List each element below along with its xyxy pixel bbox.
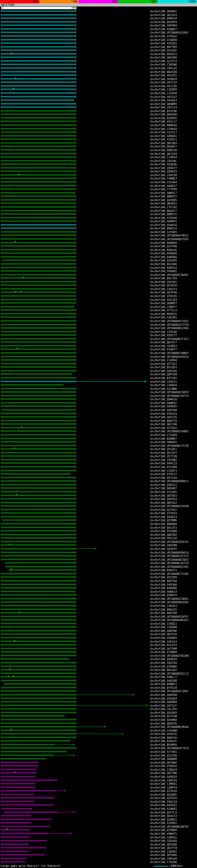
hit-label[interactable]: UniRef100_A6RM76 (150, 220, 177, 223)
hit-bar[interactable] (1, 648, 76, 649)
hit-label[interactable]: UniRef100_UPI0000E17C3D (150, 444, 189, 447)
hit-label[interactable]: UniRef100_A9V845 (150, 405, 177, 408)
hit-bar[interactable] (1, 861, 25, 863)
hit-bar[interactable] (1, 199, 76, 200)
hit-label[interactable]: UniRef100_Q2UVQ5 (150, 198, 177, 202)
hit-label[interactable]: UniRef100_B4DUR6 (150, 587, 177, 590)
hit-label[interactable]: UniRef100_A8Q2B0 (150, 544, 177, 547)
hit-bar[interactable] (1, 829, 29, 831)
hit-label[interactable]: UniRef100_A9PAD9 (150, 24, 177, 27)
hit-label[interactable]: UniRef100_B3MZK6 (150, 255, 177, 259)
hit-label[interactable]: UniRef100_A6NE14 (150, 590, 177, 593)
hit-label[interactable]: UniRef100_Q9V2R8 (150, 843, 177, 846)
hit-label[interactable]: UniRef100_UPI0000D98A16 (150, 551, 189, 554)
hit-bar[interactable] (1, 623, 76, 624)
hit-bar[interactable] (1, 701, 76, 702)
hit-label[interactable]: UniRef100_Q29259 (150, 797, 177, 800)
hit-label[interactable]: UniRef100_UPI0000162B4C (150, 31, 189, 34)
hit-label[interactable]: UniRef100_A5K094 (150, 637, 177, 640)
hit-bar[interactable] (1, 509, 76, 510)
hit-bar[interactable] (1, 213, 76, 215)
hit-label[interactable]: UniRef100_UPI00007B3C45 (150, 540, 189, 544)
hit-bar[interactable] (1, 459, 76, 460)
hit-bar[interactable] (1, 220, 76, 222)
hit-label[interactable]: UniRef100_Q6CH77 (150, 341, 177, 344)
hit-bar[interactable] (4, 683, 76, 684)
hit-bar[interactable] (1, 705, 76, 706)
hit-label[interactable]: UniRef100_C5PW39 (150, 127, 177, 130)
hit-label[interactable]: UniRef100_C9ZVW2 (150, 459, 177, 462)
hit-label[interactable]: UniRef100_UPI0000F7529E (150, 572, 189, 576)
hit-label[interactable]: UniRef100_Q46D19 (150, 775, 177, 778)
hit-label[interactable]: UniRef100_B6W316 (150, 736, 177, 739)
hit-bar[interactable] (1, 513, 76, 514)
hit-bar[interactable] (1, 808, 32, 809)
hit-bar[interactable] (1, 363, 76, 364)
hit-bar[interactable] (1, 769, 36, 770)
hit-bar[interactable] (1, 185, 76, 186)
hit-label[interactable]: UniRef100_A7TK43 (150, 512, 177, 515)
hit-bar[interactable] (1, 131, 76, 133)
hit-bar[interactable] (1, 32, 76, 33)
hit-label[interactable]: UniRef100_C4Q8X4 (150, 384, 177, 387)
hit-label[interactable]: UniRef100_A8B8W9 (150, 757, 177, 761)
hit-label[interactable]: UniRef100_B3L4T4 (150, 644, 177, 647)
hit-label[interactable]: UniRef100_Q7UN99 (150, 829, 177, 832)
hit-label[interactable]: UniRef100_Q7T2E2 (150, 363, 177, 366)
hit-label[interactable]: UniRef100_Q9YH66 (150, 854, 177, 857)
hit-label[interactable]: UniRef100_A5BN57 (150, 28, 177, 31)
hit-label[interactable]: UniRef100_A5DCT7 (150, 334, 177, 337)
hit-bar[interactable] (1, 74, 76, 76)
hit-bar[interactable] (1, 495, 76, 496)
hit-bar[interactable] (1, 227, 76, 229)
hit-bar[interactable] (1, 388, 76, 389)
hit-label[interactable]: UniRef100_A4R061 (150, 134, 177, 137)
hit-label[interactable]: UniRef100_Q84WV1 (150, 10, 177, 13)
hit-bar[interactable] (1, 780, 57, 781)
hit-bar[interactable] (1, 10, 76, 12)
hit-bar[interactable] (1, 473, 70, 474)
hit-label[interactable]: UniRef100_Q4T337 (150, 704, 177, 707)
hit-bar[interactable] (1, 313, 76, 314)
hit-bar[interactable] (1, 316, 76, 318)
hit-label[interactable]: UniRef100_P59016 (150, 765, 177, 768)
hit-bar[interactable] (1, 114, 76, 115)
hit-label[interactable]: UniRef100_UPI000031F7CA (150, 555, 189, 558)
hit-bar[interactable] (1, 245, 76, 247)
hit-label[interactable]: UniRef100_Q6K3R8 (150, 56, 177, 59)
hit-bar[interactable] (1, 21, 76, 23)
hit-bar[interactable] (1, 327, 76, 329)
hit-label[interactable]: UniRef100_C5E0F3 (150, 469, 177, 472)
hit-label[interactable]: UniRef100_Q297K0 (150, 245, 177, 248)
hit-label[interactable]: UniRef100_B8M5J5 (150, 213, 177, 216)
hit-bar[interactable] (1, 402, 76, 403)
hit-label[interactable]: UniRef100_A8N492 (150, 441, 177, 444)
hit-label[interactable]: UniRef100_C1MZR9 (150, 88, 177, 91)
hit-label[interactable]: UniRef100_C4JYL7 (150, 131, 177, 134)
hit-label[interactable]: UniRef100_B6K4K7 (150, 487, 177, 490)
hit-label[interactable]: UniRef100_B6DKN4 (150, 523, 177, 526)
hit-bar[interactable] (9, 569, 76, 570)
hit-label[interactable]: UniRef100_UPI00003A95C6 (150, 355, 189, 359)
hit-bar[interactable] (1, 594, 76, 595)
hit-bar[interactable] (1, 523, 76, 524)
hit-bar[interactable] (1, 819, 51, 820)
hit-label[interactable]: UniRef100_A7TLL4 (150, 309, 177, 312)
hit-label[interactable]: UniRef100_UPI0000AB63E2 (150, 619, 189, 622)
hit-label[interactable]: UniRef100_B6K7T8 (150, 420, 177, 423)
hit-bar[interactable] (1, 267, 76, 268)
hit-label[interactable]: UniRef100_Q815U3 (150, 13, 177, 17)
hit-bar[interactable] (1, 762, 38, 763)
hit-label[interactable]: UniRef100_B4KW49 (150, 241, 177, 245)
hit-label[interactable]: UniRef100_Q0U8S2 (150, 202, 177, 205)
hit-bar[interactable] (1, 405, 76, 407)
hit-bar[interactable] (1, 698, 76, 699)
hit-bar[interactable] (1, 309, 76, 311)
hit-label[interactable]: UniRef100_B6H560 (150, 113, 177, 116)
hit-bar[interactable] (1, 210, 76, 211)
hit-label[interactable]: UniRef100_B9FTM3 (150, 45, 177, 49)
hit-label[interactable]: UniRef100_Q475M9 (150, 647, 177, 650)
hit-bar[interactable] (1, 423, 76, 425)
hit-bar[interactable] (1, 384, 63, 385)
hit-bar[interactable] (1, 181, 76, 183)
